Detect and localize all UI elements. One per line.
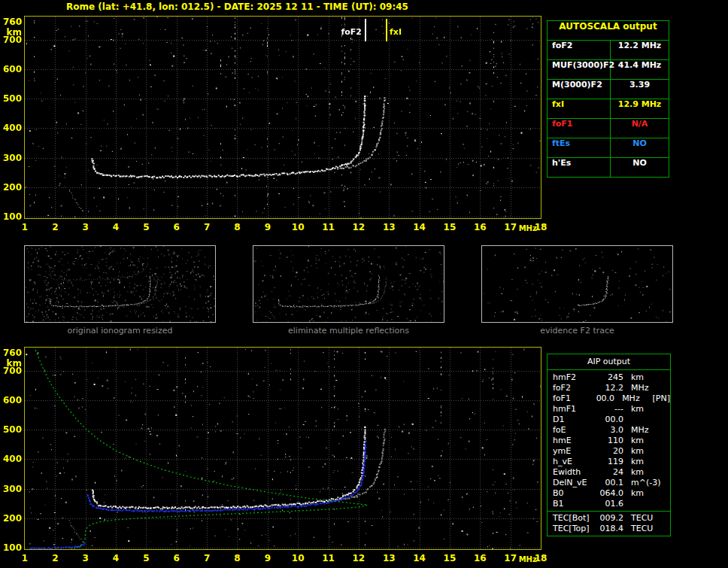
aip-row-unit: MHz <box>631 383 664 393</box>
thumbnail-eliminate-canvas <box>253 246 444 322</box>
autoscala-row-label: h'Es <box>548 158 611 177</box>
x-axis-label: 10 <box>289 222 307 232</box>
aip-row-name: foF2 <box>553 383 596 393</box>
aip-row-value: 20 <box>596 446 623 457</box>
top-ionogram-canvas <box>25 17 541 218</box>
x-axis-label: 14 <box>411 222 429 232</box>
x-axis-label: 16 <box>471 553 489 563</box>
autoscala-row-label: ftEs <box>548 138 611 157</box>
thumbnail-evidence-canvas <box>482 246 672 322</box>
thumbnail-evidence-f2 <box>481 245 673 323</box>
aip-row-value: --- <box>596 404 623 415</box>
autoscala-row-value: 12.9 MHz <box>611 99 669 118</box>
x-axis-label: 15 <box>441 553 459 563</box>
y-axis-label: 600 <box>2 395 22 405</box>
aip-row: DelN_vE00.1m^(-3) <box>548 478 670 488</box>
autoscala-row: M(3000)F23.39 <box>548 80 669 99</box>
aip-tec-row: TEC[Bot]009.2TECU <box>548 513 670 524</box>
aip-row-value: 245 <box>596 372 623 383</box>
aip-row-extra: [PN] <box>653 393 670 404</box>
x-axis-label: 6 <box>168 553 186 563</box>
aip-row-name: hmF1 <box>553 404 596 415</box>
fxI-marker-line <box>386 19 387 41</box>
aip-row: hmF2245km <box>548 372 670 383</box>
aip-output-table: AIP output hmF2245kmfoF212.2MHzfoF100.0M… <box>547 354 671 536</box>
x-axis-label: 4 <box>107 553 125 563</box>
aip-row-name: DelN_vE <box>553 478 596 488</box>
x-axis-label: 3 <box>77 222 95 232</box>
aip-row-value: 00.0 <box>596 415 623 425</box>
aip-row: foF212.2MHz <box>548 383 670 393</box>
foF2-marker-line <box>365 19 366 41</box>
aip-row-name: Ewidth <box>553 467 596 478</box>
x-axis-label: 9 <box>259 553 277 563</box>
aip-row-name: hmE <box>553 436 596 446</box>
x-axis-label: 15 <box>441 222 459 232</box>
x-axis-label: 16 <box>471 222 489 232</box>
aip-tec-name: TEC[Top] <box>553 524 596 534</box>
x-axis-label: 8 <box>228 553 246 563</box>
autoscala-row: fxI12.9 MHz <box>548 99 669 119</box>
aip-row-value: 24 <box>596 467 623 478</box>
aip-row-unit: km <box>631 446 664 457</box>
aip-row-value: 064.0 <box>596 488 623 499</box>
x-axis-label: 17 <box>502 222 520 232</box>
x-axis-label: 4 <box>107 222 125 232</box>
y-axis-label: 760 <box>2 17 22 27</box>
bottom-ionogram-plot <box>24 347 541 550</box>
x-axis-label: 3 <box>77 553 95 563</box>
aip-row: hmF1---km <box>548 404 670 415</box>
thumbnail-caption-evidence: evidence F2 trace <box>481 326 673 336</box>
aip-row: foF100.0MHz[PN] <box>548 393 670 404</box>
aip-row: h_vE119km <box>548 457 670 467</box>
x-axis-label: 8 <box>228 222 246 232</box>
aip-row-name: hmF2 <box>553 372 596 383</box>
aip-row-unit: m^(-3) <box>631 478 664 488</box>
autoscala-row: ftEsNO <box>548 138 669 158</box>
aip-output-rows: hmF2245kmfoF212.2MHzfoF100.0MHz[PN]hmF1-… <box>548 370 670 509</box>
y-axis-label: 500 <box>2 424 22 435</box>
top-ionogram-plot: foF2 fxI <box>24 16 541 219</box>
autoscala-window: Rome (lat: +41.8, lon: 012.5) - DATE: 20… <box>0 0 728 568</box>
aip-row-unit: MHz <box>631 425 664 436</box>
aip-row: ymE20km <box>548 446 670 457</box>
aip-tec-row: TEC[Top]018.4TECU <box>548 524 670 534</box>
x-axis-label: 11 <box>320 222 338 232</box>
autoscala-row-label: MUF(3000)F2 <box>548 60 611 79</box>
x-axis-unit: MHz <box>519 555 537 563</box>
x-axis-label: 5 <box>137 222 155 232</box>
autoscala-output-rows: foF212.2 MHzMUF(3000)F241.4 MHzM(3000)F2… <box>548 41 669 177</box>
aip-row-value: 119 <box>596 457 623 467</box>
aip-row: hmE110km <box>548 436 670 446</box>
aip-tec-value: 018.4 <box>596 524 623 534</box>
aip-output-title: AIP output <box>548 354 670 370</box>
aip-row-name: B0 <box>553 488 596 499</box>
y-axis-label: 500 <box>2 93 22 104</box>
aip-row: B101.6 <box>548 499 670 509</box>
aip-row-unit <box>631 499 664 509</box>
aip-row-value: 01.6 <box>596 499 623 509</box>
aip-tec-value: 009.2 <box>596 513 623 524</box>
aip-row-value: 12.2 <box>596 383 623 393</box>
aip-row-unit: km <box>631 457 664 467</box>
y-axis-label: 600 <box>2 64 22 74</box>
autoscala-row-label: fxI <box>548 99 611 118</box>
x-axis-unit: MHz <box>519 224 537 232</box>
x-axis-label: 6 <box>168 222 186 232</box>
aip-row-unit: km <box>631 436 664 446</box>
foF2-marker-label: foF2 <box>332 27 362 37</box>
autoscala-row-value: NO <box>611 158 669 177</box>
autoscala-row: foF1N/A <box>548 119 669 138</box>
station-title: Rome (lat: +41.8, lon: 012.5) - DATE: 20… <box>66 2 408 12</box>
aip-row-unit: km <box>631 488 664 499</box>
aip-row-name: ymE <box>553 446 596 457</box>
x-axis-label: 13 <box>380 222 398 232</box>
aip-row-value: 00.1 <box>596 478 623 488</box>
aip-row-unit: km <box>631 372 664 383</box>
thumbnail-caption-original: original ionogram resized <box>24 326 216 336</box>
y-axis-label: 400 <box>2 123 22 133</box>
x-axis-label: 1 <box>16 553 34 563</box>
aip-row-value: 110 <box>596 436 623 446</box>
autoscala-row-value: N/A <box>611 119 669 138</box>
y-axis-label: 100 <box>2 542 22 553</box>
